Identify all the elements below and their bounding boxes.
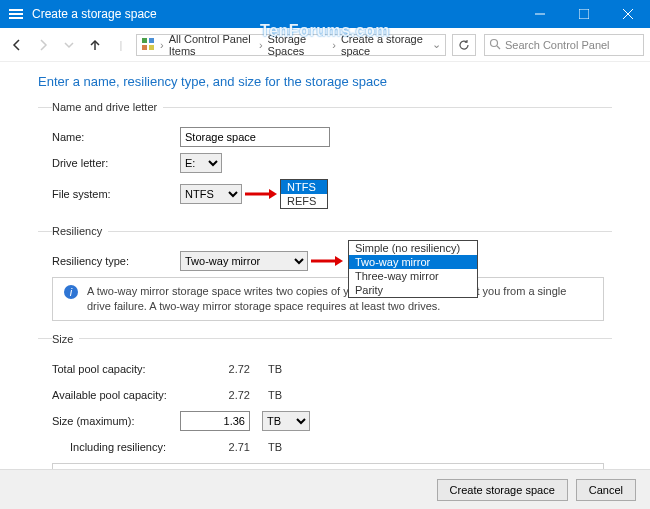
section-legend: Name and drive letter <box>52 101 163 113</box>
chevron-down-icon[interactable]: ⌄ <box>432 38 441 51</box>
file-system-label: File system: <box>52 188 180 200</box>
titlebar: Create a storage space <box>0 0 650 28</box>
drive-letter-select[interactable]: E: <box>180 153 222 173</box>
info-icon: i <box>63 284 79 314</box>
arrow-icon <box>308 254 346 268</box>
svg-line-13 <box>497 46 500 49</box>
refresh-button[interactable] <box>452 34 476 56</box>
chevron-right-icon: › <box>329 39 339 51</box>
resiliency-type-label: Resiliency type: <box>52 255 180 267</box>
available-capacity-value: 2.72 <box>180 389 250 401</box>
svg-rect-9 <box>149 38 154 43</box>
resiliency-dropdown[interactable]: Simple (no resiliency) Two-way mirror Th… <box>348 240 478 298</box>
file-system-dropdown[interactable]: NTFS REFS <box>280 179 328 209</box>
size-input[interactable] <box>180 411 250 431</box>
close-button[interactable] <box>606 0 650 28</box>
name-label: Name: <box>52 131 180 143</box>
maximize-button[interactable] <box>562 0 606 28</box>
including-resiliency-label: Including resiliency: <box>52 441 180 453</box>
breadcrumb-item[interactable]: Create a storage space <box>341 33 428 57</box>
back-button[interactable] <box>6 34 28 56</box>
arrow-icon <box>242 187 280 201</box>
svg-marker-15 <box>269 189 277 199</box>
breadcrumb-item[interactable]: All Control Panel Items <box>169 33 254 57</box>
dropdown-option[interactable]: Three-way mirror <box>349 269 477 283</box>
total-capacity-value: 2.72 <box>180 363 250 375</box>
dropdown-option[interactable]: Two-way mirror <box>349 255 477 269</box>
resiliency-info: i A two-way mirror storage space writes … <box>52 277 604 321</box>
unit-label: TB <box>268 441 282 453</box>
svg-point-12 <box>491 39 498 46</box>
content-area: Enter a name, resiliency type, and size … <box>0 62 650 469</box>
create-storage-space-button[interactable]: Create storage space <box>437 479 568 501</box>
dropdown-option[interactable]: REFS <box>281 194 327 208</box>
history-dropdown[interactable] <box>58 34 80 56</box>
drive-letter-label: Drive letter: <box>52 157 180 169</box>
dropdown-option[interactable]: Parity <box>349 283 477 297</box>
unit-label: TB <box>268 389 282 401</box>
forward-button[interactable] <box>32 34 54 56</box>
bottom-bar: Create storage space Cancel <box>0 469 650 509</box>
dropdown-option[interactable]: NTFS <box>281 180 327 194</box>
chevron-right-icon: › <box>157 39 167 51</box>
app-icon <box>8 6 24 22</box>
search-placeholder: Search Control Panel <box>505 39 610 51</box>
folder-icon <box>141 37 155 53</box>
info-text: A two-way mirror storage space writes tw… <box>87 284 593 314</box>
available-capacity-label: Available pool capacity: <box>52 389 180 401</box>
dropdown-option[interactable]: Simple (no resiliency) <box>349 241 477 255</box>
section-legend: Size <box>52 333 79 345</box>
svg-rect-2 <box>9 17 23 19</box>
navbar: | › All Control Panel Items › Storage Sp… <box>0 28 650 62</box>
svg-rect-0 <box>9 9 23 11</box>
unit-label: TB <box>268 363 282 375</box>
svg-rect-10 <box>142 45 147 50</box>
including-resiliency-value: 2.71 <box>180 441 250 453</box>
path-separator: | <box>110 34 132 56</box>
breadcrumb[interactable]: › All Control Panel Items › Storage Spac… <box>136 34 446 56</box>
svg-rect-1 <box>9 13 23 15</box>
search-icon <box>489 38 501 52</box>
search-input[interactable]: Search Control Panel <box>484 34 644 56</box>
svg-rect-4 <box>579 9 589 19</box>
window-title: Create a storage space <box>32 7 518 21</box>
resiliency-type-select[interactable]: Two-way mirror <box>180 251 308 271</box>
section-legend: Resiliency <box>52 225 108 237</box>
total-capacity-label: Total pool capacity: <box>52 363 180 375</box>
chevron-right-icon: › <box>256 39 266 51</box>
size-unit-select[interactable]: TB <box>262 411 310 431</box>
svg-rect-8 <box>142 38 147 43</box>
name-input[interactable] <box>180 127 330 147</box>
section-resiliency: Resiliency Resiliency type: Two-way mirr… <box>38 225 612 327</box>
section-name-drive: Name and drive letter Name: Drive letter… <box>38 101 612 219</box>
file-system-select[interactable]: NTFS <box>180 184 242 204</box>
breadcrumb-item[interactable]: Storage Spaces <box>268 33 328 57</box>
svg-rect-11 <box>149 45 154 50</box>
size-max-label: Size (maximum): <box>52 415 180 427</box>
up-button[interactable] <box>84 34 106 56</box>
section-size: Size Total pool capacity: 2.72 TB Availa… <box>38 333 612 469</box>
cancel-button[interactable]: Cancel <box>576 479 636 501</box>
minimize-button[interactable] <box>518 0 562 28</box>
svg-marker-17 <box>335 256 343 266</box>
page-heading: Enter a name, resiliency type, and size … <box>38 74 612 89</box>
